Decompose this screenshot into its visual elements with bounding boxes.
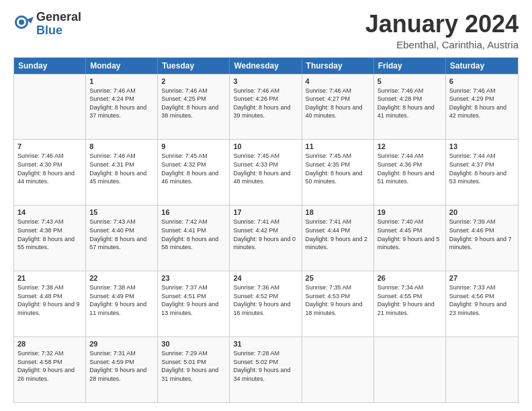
svg-point-2 xyxy=(19,19,24,25)
day-number: 22 xyxy=(89,274,154,282)
day-number: 18 xyxy=(306,208,370,216)
day-number: 28 xyxy=(17,340,82,348)
calendar-body: 1Sunrise: 7:46 AMSunset: 4:24 PMDaylight… xyxy=(14,74,518,402)
cell-info: Sunrise: 7:46 AMSunset: 4:28 PMDaylight:… xyxy=(378,87,442,120)
calendar-cell: 30Sunrise: 7:29 AMSunset: 5:01 PMDayligh… xyxy=(158,337,230,402)
calendar-cell: 19Sunrise: 7:40 AMSunset: 4:45 PMDayligh… xyxy=(374,205,446,271)
cell-info: Sunrise: 7:38 AMSunset: 4:49 PMDaylight:… xyxy=(89,283,154,317)
cell-info: Sunrise: 7:46 AMSunset: 4:31 PMDaylight:… xyxy=(89,152,154,185)
logo: General Blue xyxy=(13,11,81,38)
location-title: Ebenthal, Carinthia, Austria xyxy=(365,39,519,50)
day-number: 1 xyxy=(89,77,154,85)
cell-info: Sunrise: 7:45 AMSunset: 4:35 PMDaylight:… xyxy=(306,152,370,185)
day-number: 5 xyxy=(378,77,442,85)
cell-info: Sunrise: 7:41 AMSunset: 4:44 PMDaylight:… xyxy=(306,218,370,251)
cell-info: Sunrise: 7:46 AMSunset: 4:25 PMDaylight:… xyxy=(161,87,226,120)
calendar-cell: 21Sunrise: 7:38 AMSunset: 4:48 PMDayligh… xyxy=(14,271,86,336)
day-number: 11 xyxy=(306,142,370,150)
header: General Blue January 2024 Ebenthal, Cari… xyxy=(13,11,519,50)
calendar-cell xyxy=(14,75,86,140)
day-number: 2 xyxy=(161,77,226,85)
day-number: 20 xyxy=(449,208,515,216)
title-area: January 2024 Ebenthal, Carinthia, Austri… xyxy=(365,11,519,50)
cell-info: Sunrise: 7:42 AMSunset: 4:41 PMDaylight:… xyxy=(161,218,226,251)
calendar-cell: 8Sunrise: 7:46 AMSunset: 4:31 PMDaylight… xyxy=(86,140,158,205)
calendar-week-row: 7Sunrise: 7:46 AMSunset: 4:30 PMDaylight… xyxy=(14,139,518,205)
calendar-cell: 16Sunrise: 7:42 AMSunset: 4:41 PMDayligh… xyxy=(158,205,230,271)
calendar-cell: 9Sunrise: 7:45 AMSunset: 4:32 PMDaylight… xyxy=(158,140,230,205)
cell-info: Sunrise: 7:46 AMSunset: 4:30 PMDaylight:… xyxy=(17,152,82,185)
calendar-cell: 2Sunrise: 7:46 AMSunset: 4:25 PMDaylight… xyxy=(158,75,230,140)
calendar-cell: 18Sunrise: 7:41 AMSunset: 4:44 PMDayligh… xyxy=(302,205,374,271)
day-number: 29 xyxy=(89,340,154,348)
calendar-week-row: 21Sunrise: 7:38 AMSunset: 4:48 PMDayligh… xyxy=(14,271,518,336)
calendar-cell: 23Sunrise: 7:37 AMSunset: 4:51 PMDayligh… xyxy=(158,271,230,336)
day-number: 14 xyxy=(17,208,82,216)
day-number: 19 xyxy=(378,208,442,216)
day-number: 31 xyxy=(233,340,298,348)
day-number: 8 xyxy=(89,142,154,150)
day-number: 15 xyxy=(89,208,154,216)
month-title: January 2024 xyxy=(365,11,519,38)
day-number: 24 xyxy=(233,274,298,282)
day-number: 13 xyxy=(449,142,515,150)
calendar-cell: 4Sunrise: 7:46 AMSunset: 4:27 PMDaylight… xyxy=(302,75,374,140)
logo-general: General xyxy=(36,11,81,24)
day-number: 3 xyxy=(233,77,298,85)
calendar: SundayMondayTuesdayWednesdayThursdayFrid… xyxy=(13,57,519,403)
calendar-cell: 20Sunrise: 7:39 AMSunset: 4:46 PMDayligh… xyxy=(446,205,518,271)
calendar-cell: 27Sunrise: 7:33 AMSunset: 4:56 PMDayligh… xyxy=(446,271,518,336)
cell-info: Sunrise: 7:45 AMSunset: 4:32 PMDaylight:… xyxy=(161,152,226,185)
day-number: 16 xyxy=(161,208,226,216)
calendar-cell: 6Sunrise: 7:46 AMSunset: 4:29 PMDaylight… xyxy=(446,75,518,140)
calendar-cell: 7Sunrise: 7:46 AMSunset: 4:30 PMDaylight… xyxy=(14,140,86,205)
day-number: 9 xyxy=(161,142,226,150)
calendar-cell: 24Sunrise: 7:36 AMSunset: 4:52 PMDayligh… xyxy=(230,271,302,336)
calendar-cell: 31Sunrise: 7:28 AMSunset: 5:02 PMDayligh… xyxy=(230,337,302,402)
day-number: 30 xyxy=(161,340,226,348)
cell-info: Sunrise: 7:32 AMSunset: 4:58 PMDaylight:… xyxy=(17,349,82,383)
cell-info: Sunrise: 7:37 AMSunset: 4:51 PMDaylight:… xyxy=(161,283,226,317)
calendar-cell xyxy=(302,337,374,402)
cell-info: Sunrise: 7:29 AMSunset: 5:01 PMDaylight:… xyxy=(161,349,226,383)
calendar-header-day: Monday xyxy=(86,58,158,74)
cell-info: Sunrise: 7:36 AMSunset: 4:52 PMDaylight:… xyxy=(233,283,298,317)
calendar-cell: 11Sunrise: 7:45 AMSunset: 4:35 PMDayligh… xyxy=(302,140,374,205)
cell-info: Sunrise: 7:34 AMSunset: 4:55 PMDaylight:… xyxy=(378,283,442,317)
calendar-cell: 3Sunrise: 7:46 AMSunset: 4:26 PMDaylight… xyxy=(230,75,302,140)
day-number: 25 xyxy=(306,274,370,282)
calendar-cell: 5Sunrise: 7:46 AMSunset: 4:28 PMDaylight… xyxy=(374,75,446,140)
cell-info: Sunrise: 7:46 AMSunset: 4:26 PMDaylight:… xyxy=(233,87,298,120)
calendar-week-row: 28Sunrise: 7:32 AMSunset: 4:58 PMDayligh… xyxy=(14,336,518,402)
cell-info: Sunrise: 7:33 AMSunset: 4:56 PMDaylight:… xyxy=(449,283,515,317)
calendar-week-row: 14Sunrise: 7:43 AMSunset: 4:38 PMDayligh… xyxy=(14,205,518,271)
calendar-header-day: Tuesday xyxy=(158,58,230,74)
page: General Blue January 2024 Ebenthal, Cari… xyxy=(0,0,532,411)
calendar-cell: 15Sunrise: 7:43 AMSunset: 4:40 PMDayligh… xyxy=(86,205,158,271)
day-number: 4 xyxy=(306,77,370,85)
day-number: 10 xyxy=(233,142,298,150)
day-number: 26 xyxy=(378,274,442,282)
calendar-cell: 25Sunrise: 7:35 AMSunset: 4:53 PMDayligh… xyxy=(302,271,374,336)
cell-info: Sunrise: 7:43 AMSunset: 4:40 PMDaylight:… xyxy=(89,218,154,251)
cell-info: Sunrise: 7:45 AMSunset: 4:33 PMDaylight:… xyxy=(233,152,298,185)
calendar-cell: 13Sunrise: 7:44 AMSunset: 4:37 PMDayligh… xyxy=(446,140,518,205)
day-number: 23 xyxy=(161,274,226,282)
calendar-header-day: Wednesday xyxy=(230,58,302,74)
cell-info: Sunrise: 7:46 AMSunset: 4:24 PMDaylight:… xyxy=(89,87,154,120)
logo-blue: Blue xyxy=(36,24,81,38)
calendar-header-day: Friday xyxy=(374,58,446,74)
calendar-week-row: 1Sunrise: 7:46 AMSunset: 4:24 PMDaylight… xyxy=(14,74,518,140)
cell-info: Sunrise: 7:46 AMSunset: 4:29 PMDaylight:… xyxy=(449,87,515,120)
calendar-cell: 10Sunrise: 7:45 AMSunset: 4:33 PMDayligh… xyxy=(230,140,302,205)
day-number: 7 xyxy=(17,142,82,150)
day-number: 17 xyxy=(233,208,298,216)
cell-info: Sunrise: 7:28 AMSunset: 5:02 PMDaylight:… xyxy=(233,349,298,383)
calendar-cell: 1Sunrise: 7:46 AMSunset: 4:24 PMDaylight… xyxy=(86,75,158,140)
day-number: 27 xyxy=(449,274,515,282)
calendar-cell: 12Sunrise: 7:44 AMSunset: 4:36 PMDayligh… xyxy=(374,140,446,205)
calendar-cell: 28Sunrise: 7:32 AMSunset: 4:58 PMDayligh… xyxy=(14,337,86,402)
calendar-header-day: Sunday xyxy=(14,58,86,74)
calendar-header-day: Saturday xyxy=(446,58,518,74)
cell-info: Sunrise: 7:31 AMSunset: 4:59 PMDaylight:… xyxy=(89,349,154,383)
